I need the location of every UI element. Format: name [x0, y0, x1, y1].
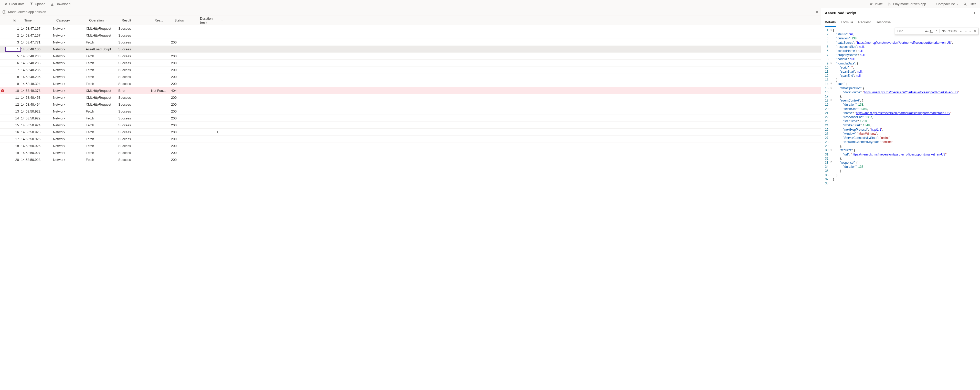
expand-details-button[interactable] [973, 11, 977, 15]
cell-category: Network [53, 75, 86, 79]
fold-icon[interactable]: ⊟ [830, 82, 833, 86]
table-row[interactable]: 914:58:48.324NetworkFetchSuccess200 [0, 80, 821, 87]
find-close-icon[interactable]: ✕ [972, 30, 977, 33]
tab-details[interactable]: Details [825, 18, 836, 27]
play-app-button[interactable]: Play model-driven app [886, 1, 928, 7]
cell-status: 200 [171, 82, 197, 86]
fold-icon[interactable]: ⊟ [830, 86, 833, 90]
fold-icon[interactable] [830, 45, 833, 49]
fold-icon[interactable] [830, 136, 833, 140]
line-number: 6 [821, 49, 830, 53]
code-line: "NetworkConnectivityState": "online" [833, 140, 980, 144]
line-number: 28 [821, 140, 830, 144]
regex-icon[interactable]: .* [934, 30, 938, 33]
table-row[interactable]: 1614:58:50.925NetworkFetchSuccess2001, [0, 128, 821, 136]
col-header-operation[interactable]: Operation⌄ [89, 18, 122, 22]
fold-icon[interactable] [830, 90, 833, 94]
table-row[interactable]: 1214:58:48.494NetworkXMLHttpRequestSucce… [0, 101, 821, 108]
fold-icon[interactable] [830, 169, 833, 173]
table-row[interactable]: 2014:58:50.928NetworkFetchSuccess200 [0, 156, 821, 163]
table-row[interactable]: 214:58:47.167NetworkXMLHttpRequestSucces… [0, 32, 821, 39]
table-row[interactable]: 814:58:48.296NetworkFetchSuccess200 [0, 73, 821, 80]
table-row[interactable]: 1514:58:50.924NetworkFetchSuccess200 [0, 122, 821, 128]
fold-icon[interactable] [830, 152, 833, 157]
fold-icon[interactable] [830, 140, 833, 144]
find-selection-icon[interactable]: ≡ [968, 30, 972, 33]
whole-word-icon[interactable]: Ab [929, 30, 934, 33]
fold-icon[interactable] [830, 115, 833, 119]
fold-icon[interactable] [830, 49, 833, 53]
find-prev-icon[interactable]: ← [959, 30, 963, 33]
table-row[interactable]: 514:58:48.233NetworkFetchSuccess200 [0, 53, 821, 60]
table-row[interactable]: 614:58:48.235NetworkFetchSuccess200 [0, 60, 821, 67]
fold-icon[interactable] [830, 157, 833, 161]
table-row[interactable]: 1314:58:50.922NetworkFetchSuccess200 [0, 108, 821, 115]
fold-icon[interactable] [830, 65, 833, 70]
col-header-category[interactable]: Category⌄ [56, 18, 89, 22]
upload-button[interactable]: Upload [28, 1, 48, 7]
table-row[interactable]: 414:58:48.106NetworkAssetLoad.ScriptSucc… [0, 46, 821, 53]
fold-icon[interactable] [830, 144, 833, 148]
fold-icon[interactable] [830, 103, 833, 107]
col-header-status[interactable]: Status⌄ [174, 18, 200, 22]
fold-icon[interactable] [830, 107, 833, 111]
table-row[interactable]: 1714:58:50.925NetworkFetchSuccess200 [0, 136, 821, 143]
fold-icon[interactable] [830, 78, 833, 82]
tab-request[interactable]: Request [858, 18, 870, 27]
col-header-duration[interactable]: Duration (ms)⌄ [200, 17, 231, 24]
download-button[interactable]: Download [48, 1, 72, 7]
find-next-icon[interactable]: → [963, 30, 968, 33]
fold-icon[interactable] [830, 36, 833, 40]
fold-icon[interactable]: ⊟ [830, 148, 833, 152]
fold-icon[interactable] [830, 123, 833, 127]
fold-icon[interactable] [830, 57, 833, 61]
fold-icon[interactable] [830, 119, 833, 123]
fold-icon[interactable] [830, 94, 833, 98]
table-row[interactable]: 114:58:47.167NetworkXMLHttpRequestSucces… [0, 25, 821, 32]
col-header-reason[interactable]: Res...⌄ [154, 18, 174, 22]
tab-formula[interactable]: Formula [841, 18, 853, 27]
table-row[interactable]: 1914:58:50.927NetworkFetchSuccess200 [0, 149, 821, 156]
tab-response[interactable]: Response [876, 18, 891, 27]
fold-icon[interactable]: ⊟ [830, 61, 833, 65]
fold-icon[interactable]: ⊟ [830, 161, 833, 165]
fold-icon[interactable]: ⊟ [830, 28, 833, 32]
fold-icon[interactable] [830, 177, 833, 181]
table-row[interactable]: 1114:58:48.453NetworkXMLHttpRequestSucce… [0, 94, 821, 101]
filter-button[interactable]: Filter [961, 1, 978, 7]
clear-data-button[interactable]: Clear data [2, 1, 27, 7]
table-row[interactable]: 1814:58:50.926NetworkFetchSuccess200 [0, 143, 821, 149]
fold-icon[interactable] [830, 53, 833, 57]
code-line: "duration": 138, [833, 36, 980, 40]
cell-operation: XMLHttpRequest [86, 96, 118, 100]
fold-icon[interactable] [830, 132, 833, 136]
json-editor[interactable]: 1⊟{2 "status": null,3 "duration": 138,4 … [821, 27, 980, 390]
fold-icon[interactable] [830, 74, 833, 78]
match-case-icon[interactable]: Aa [924, 30, 929, 33]
invite-button[interactable]: Invite [868, 1, 885, 7]
table-row[interactable]: 314:58:47.771NetworkFetchSuccess200 [0, 39, 821, 46]
fold-icon[interactable] [830, 173, 833, 177]
compact-list-button[interactable]: Compact list ⌄ [929, 1, 961, 7]
table-row[interactable]: 1414:58:50.922NetworkFetchSuccess200 [0, 115, 821, 122]
cell-status: 200 [171, 123, 197, 127]
table-row[interactable]: 1014:58:48.378NetworkXMLHttpRequestError… [0, 87, 821, 94]
col-header-id[interactable]: Id⌄ [5, 18, 24, 22]
col-header-time[interactable]: Time⌄ [24, 18, 56, 22]
fold-icon[interactable] [830, 41, 833, 45]
find-input[interactable] [896, 29, 924, 33]
grid-body[interactable]: 114:58:47.167NetworkXMLHttpRequestSucces… [0, 25, 821, 390]
cell-operation: Fetch [86, 68, 118, 72]
close-session-button[interactable]: ✕ [815, 10, 818, 14]
fold-icon[interactable]: ⊟ [830, 98, 833, 103]
fold-icon[interactable] [830, 70, 833, 74]
col-header-result[interactable]: Result⌄ [122, 18, 154, 22]
fold-icon[interactable] [830, 165, 833, 169]
fold-icon[interactable] [830, 32, 833, 36]
line-number: 34 [821, 165, 830, 169]
cell-category: Network [53, 54, 86, 58]
fold-icon[interactable] [830, 111, 833, 115]
table-row[interactable]: 714:58:48.236NetworkFetchSuccess200 [0, 67, 821, 73]
cell-category: Network [53, 68, 86, 72]
fold-icon[interactable] [830, 128, 833, 132]
